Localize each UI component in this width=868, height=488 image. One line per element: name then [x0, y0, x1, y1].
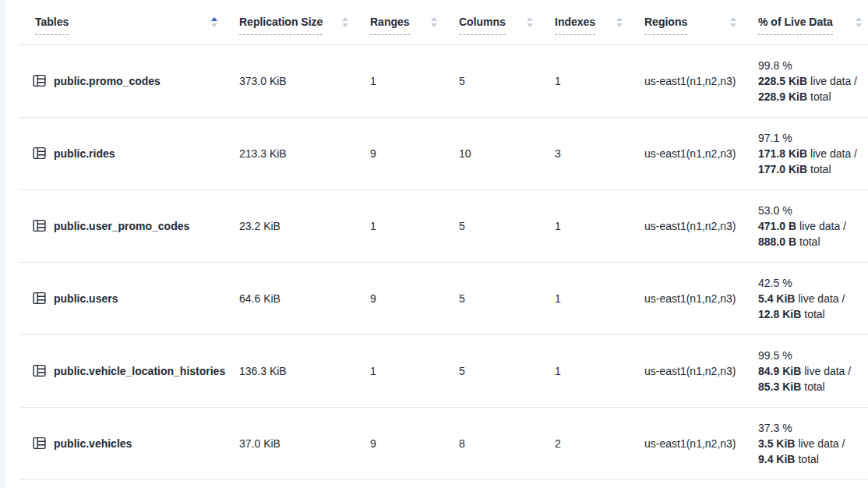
total-size-line: 9.4 KiBtotal: [758, 451, 860, 467]
ranges-cell: 1: [370, 334, 459, 407]
regions-cell: us-east1(n1,n2,n3): [644, 334, 758, 407]
page-left-gutter: [0, 0, 6, 488]
live-data-cell: 53.0 % 471.0 Blive data / 888.0 Btotal: [758, 189, 868, 262]
replication-size-cell: 136.3 KiB: [239, 334, 370, 407]
column-header-regions[interactable]: Regions: [644, 0, 758, 44]
live-size-line: 228.5 KiBlive data /: [758, 73, 860, 89]
sort-icon-ranges[interactable]: [431, 17, 437, 27]
sort-desc-icon: [211, 23, 217, 27]
table-row: public.promo_codes 373.0 KiB 1 5 1 us-ea…: [19, 44, 868, 117]
indexes-cell: 1: [555, 334, 644, 407]
live-size-line: 5.4 KiBlive data /: [758, 291, 860, 306]
column-header-indexes[interactable]: Indexes: [555, 0, 644, 44]
column-header-tables-label[interactable]: Tables: [35, 16, 69, 28]
regions-cell: us-east1(n1,n2,n3): [644, 262, 758, 334]
live-size: 3.5 KiB: [758, 437, 795, 450]
column-header-regions-label[interactable]: Regions: [644, 16, 687, 28]
ranges-cell: 9: [370, 262, 459, 334]
table-link[interactable]: public.promo_codes: [32, 73, 231, 88]
sort-icon-tables[interactable]: [211, 17, 217, 27]
table-link[interactable]: public.user_promo_codes: [32, 218, 231, 233]
sort-asc-icon: [527, 17, 533, 21]
live-size-label: live data /: [810, 147, 857, 160]
table-link[interactable]: public.rides: [32, 146, 231, 161]
live-data-cell: 99.8 % 228.5 KiBlive data / 228.9 KiBtot…: [758, 44, 868, 117]
live-percent: 37.3 %: [758, 420, 860, 436]
live-size-line: 471.0 Blive data /: [758, 218, 860, 234]
total-size-line: 12.8 KiBtotal: [758, 306, 860, 322]
sort-icon-columns[interactable]: [527, 17, 533, 27]
sort-desc-icon: [616, 23, 623, 27]
table-name: public.rides: [54, 147, 115, 160]
table-row: public.vehicle_location_histories 136.3 …: [19, 334, 868, 407]
live-percent: 97.1 %: [758, 130, 860, 146]
table-link[interactable]: public.vehicle_location_histories: [32, 363, 231, 378]
column-header-columns-label[interactable]: Columns: [459, 16, 506, 28]
sort-desc-icon: [527, 23, 533, 27]
table-icon: [32, 291, 47, 306]
live-data-cell: 99.5 % 84.9 KiBlive data / 85.3 KiBtotal: [758, 334, 868, 407]
table-link[interactable]: public.users: [32, 291, 231, 306]
table-name: public.vehicles: [54, 437, 132, 450]
replication-size-cell: 213.3 KiB: [239, 117, 370, 189]
indexes-cell: 2: [555, 407, 644, 479]
table-header-row: Tables Replication Size Ranges Columns: [19, 0, 868, 44]
total-size-label: total: [804, 380, 824, 393]
table-name: public.users: [54, 292, 118, 305]
column-header-live-data-label[interactable]: % of Live Data: [758, 16, 833, 28]
columns-cell: 5: [459, 189, 555, 262]
columns-cell: 5: [459, 334, 555, 407]
live-data-cell: 97.1 % 171.8 KiBlive data / 177.0 KiBtot…: [758, 117, 868, 189]
live-percent: 99.5 %: [758, 348, 860, 363]
column-header-tables[interactable]: Tables: [19, 0, 239, 44]
table-row: public.user_promo_codes 23.2 KiB 1 5 1 u…: [19, 189, 868, 262]
table-link[interactable]: public.vehicles: [32, 436, 231, 451]
columns-cell: 8: [459, 407, 555, 479]
total-size: 228.9 KiB: [758, 90, 807, 103]
sort-icon-indexes[interactable]: [616, 17, 623, 27]
live-size-label: live data /: [810, 75, 857, 87]
regions-cell: us-east1(n1,n2,n3): [644, 44, 758, 117]
indexes-cell: 3: [555, 117, 644, 189]
column-header-replication-size[interactable]: Replication Size: [239, 0, 370, 44]
sort-asc-icon: [730, 17, 736, 21]
column-header-indexes-label[interactable]: Indexes: [555, 16, 595, 28]
sort-asc-icon: [211, 17, 217, 21]
regions-cell: us-east1(n1,n2,n3): [644, 117, 758, 189]
ranges-cell: 9: [370, 117, 459, 189]
live-size-label: live data /: [798, 292, 845, 305]
total-size-label: total: [804, 308, 824, 320]
table-name-cell: public.promo_codes: [19, 44, 239, 117]
sort-icon-replication-size[interactable]: [342, 17, 348, 27]
live-size-label: live data /: [804, 365, 851, 377]
table-row: public.users 64.6 KiB 9 5 1 us-east1(n1,…: [19, 262, 868, 334]
table-name: public.promo_codes: [54, 75, 161, 87]
total-size-line: 888.0 Btotal: [758, 234, 860, 249]
live-data-cell: 42.5 % 5.4 KiBlive data / 12.8 KiBtotal: [758, 262, 868, 334]
live-percent: 53.0 %: [758, 203, 860, 218]
column-header-ranges-label[interactable]: Ranges: [370, 16, 410, 28]
total-size: 888.0 B: [758, 235, 796, 248]
live-data-cell: 37.3 % 3.5 KiBlive data / 9.4 KiBtotal: [758, 407, 868, 479]
replication-size-cell: 373.0 KiB: [239, 44, 370, 117]
table-name: public.vehicle_location_histories: [54, 365, 225, 377]
columns-cell: 5: [459, 262, 555, 334]
column-header-live-data[interactable]: % of Live Data: [758, 0, 868, 44]
total-size: 9.4 KiB: [758, 453, 795, 465]
sort-icon-live-data[interactable]: [856, 17, 862, 27]
live-size-label: live data /: [798, 437, 845, 450]
live-percent: 42.5 %: [758, 275, 860, 291]
total-size-line: 228.9 KiBtotal: [758, 89, 860, 104]
sort-icon-regions[interactable]: [730, 17, 736, 27]
sort-asc-icon: [431, 17, 437, 21]
table-name-cell: public.vehicle_location_histories: [19, 334, 239, 407]
live-size: 171.8 KiB: [758, 147, 807, 160]
column-header-columns[interactable]: Columns: [459, 0, 555, 44]
column-header-replication-size-label[interactable]: Replication Size: [239, 16, 323, 28]
column-header-ranges[interactable]: Ranges: [370, 0, 459, 44]
ranges-cell: 9: [370, 407, 459, 479]
table-icon: [32, 436, 47, 451]
indexes-cell: 1: [555, 189, 644, 262]
total-size-label: total: [799, 235, 820, 248]
live-size-line: 3.5 KiBlive data /: [758, 436, 860, 451]
